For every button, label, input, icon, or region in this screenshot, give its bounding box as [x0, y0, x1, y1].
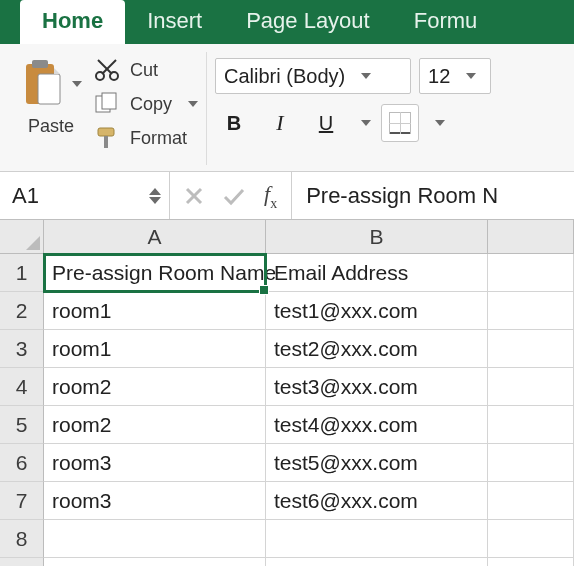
cut-label: Cut	[130, 60, 158, 81]
tab-insert[interactable]: Insert	[125, 0, 224, 44]
svg-rect-1	[32, 60, 48, 68]
chevron-down-icon[interactable]	[188, 101, 198, 107]
borders-icon	[389, 112, 411, 134]
chevron-down-icon	[149, 197, 161, 204]
row-header[interactable]	[0, 558, 44, 566]
cell-c6[interactable]	[488, 444, 574, 482]
svg-rect-10	[104, 136, 108, 148]
paste-button[interactable]: Paste	[18, 52, 84, 137]
chevron-down-icon	[361, 120, 371, 126]
column-header-c[interactable]	[488, 220, 574, 254]
cell-c5[interactable]	[488, 406, 574, 444]
spreadsheet-grid[interactable]: A B 1 Pre-assign Room Name Email Address…	[0, 220, 574, 566]
cell-b7[interactable]: test6@xxx.com	[266, 482, 488, 520]
cell-a5[interactable]: room2	[44, 406, 266, 444]
cell-c7[interactable]	[488, 482, 574, 520]
font-name-combo[interactable]: Calibri (Body)	[215, 58, 411, 94]
chevron-up-icon	[149, 188, 161, 195]
copy-button[interactable]: Copy	[94, 92, 198, 116]
cell-a7[interactable]: room3	[44, 482, 266, 520]
ribbon-body: Paste Cut	[0, 44, 574, 172]
format-painter-button[interactable]: Format	[94, 126, 198, 150]
tab-home[interactable]: Home	[20, 0, 125, 44]
cell-c4[interactable]	[488, 368, 574, 406]
cell-a4[interactable]: room2	[44, 368, 266, 406]
row-header[interactable]: 6	[0, 444, 44, 482]
row-header[interactable]: 1	[0, 254, 44, 292]
paste-label: Paste	[28, 116, 74, 137]
format-label: Format	[130, 128, 187, 149]
underline-more-button[interactable]	[353, 104, 373, 142]
underline-icon: U	[319, 112, 333, 135]
cell-b9[interactable]	[266, 558, 488, 566]
copy-icon	[94, 92, 120, 116]
row-header[interactable]: 8	[0, 520, 44, 558]
tab-formulas[interactable]: Formu	[392, 0, 500, 44]
cell-b5[interactable]: test4@xxx.com	[266, 406, 488, 444]
cell-b8[interactable]	[266, 520, 488, 558]
bold-icon: B	[227, 112, 241, 135]
cell-c8[interactable]	[488, 520, 574, 558]
paintbrush-icon	[94, 126, 120, 150]
formula-input[interactable]: Pre-assign Room N	[292, 172, 574, 219]
cell-b6[interactable]: test5@xxx.com	[266, 444, 488, 482]
paste-icon	[20, 58, 66, 110]
column-header-a[interactable]: A	[44, 220, 266, 254]
formula-value: Pre-assign Room N	[306, 183, 498, 209]
font-size-combo[interactable]: 12	[419, 58, 491, 94]
underline-button[interactable]: U	[307, 104, 345, 142]
chevron-down-icon	[361, 73, 371, 79]
accept-formula-icon[interactable]	[222, 186, 246, 206]
cell-c1[interactable]	[488, 254, 574, 292]
chevron-down-icon[interactable]	[72, 81, 82, 87]
row-header[interactable]: 5	[0, 406, 44, 444]
cell-a8[interactable]	[44, 520, 266, 558]
italic-icon: I	[276, 110, 283, 136]
font-group: Calibri (Body) 12 B I U	[207, 52, 499, 165]
font-name-value: Calibri (Body)	[224, 65, 345, 88]
cancel-formula-icon[interactable]	[184, 186, 204, 206]
svg-rect-9	[98, 128, 114, 136]
cell-a2[interactable]: room1	[44, 292, 266, 330]
cell-b2[interactable]: test1@xxx.com	[266, 292, 488, 330]
cell-a6[interactable]: room3	[44, 444, 266, 482]
chevron-down-icon	[466, 73, 476, 79]
svg-rect-8	[102, 93, 116, 109]
svg-rect-2	[38, 74, 60, 104]
copy-label: Copy	[130, 94, 172, 115]
row-header[interactable]: 3	[0, 330, 44, 368]
row-header[interactable]: 7	[0, 482, 44, 520]
ribbon-tabs: Home Insert Page Layout Formu	[0, 0, 574, 44]
cell-c3[interactable]	[488, 330, 574, 368]
cell-b1[interactable]: Email Address	[266, 254, 488, 292]
italic-button[interactable]: I	[261, 104, 299, 142]
chevron-down-icon	[435, 120, 445, 126]
name-box-value: A1	[12, 183, 39, 209]
bold-button[interactable]: B	[215, 104, 253, 142]
cell-a1[interactable]: Pre-assign Room Name	[44, 254, 266, 292]
formula-controls: fx	[170, 172, 292, 219]
name-box[interactable]: A1	[0, 172, 170, 219]
formula-bar-row: A1 fx Pre-assign Room N	[0, 172, 574, 220]
borders-button[interactable]	[381, 104, 419, 142]
cell-b4[interactable]: test3@xxx.com	[266, 368, 488, 406]
fx-icon[interactable]: fx	[264, 181, 277, 210]
cell-a3[interactable]: room1	[44, 330, 266, 368]
cell-c9[interactable]	[488, 558, 574, 566]
cut-button[interactable]: Cut	[94, 58, 198, 82]
column-header-b[interactable]: B	[266, 220, 488, 254]
tab-page-layout[interactable]: Page Layout	[224, 0, 392, 44]
cell-b3[interactable]: test2@xxx.com	[266, 330, 488, 368]
font-size-value: 12	[428, 65, 450, 88]
clipboard-group: Paste Cut	[10, 52, 207, 165]
name-box-stepper[interactable]	[149, 188, 161, 204]
cell-a9[interactable]	[44, 558, 266, 566]
scissors-icon	[94, 58, 120, 82]
select-all-corner[interactable]	[0, 220, 44, 254]
row-header[interactable]: 2	[0, 292, 44, 330]
row-header[interactable]: 4	[0, 368, 44, 406]
borders-more-button[interactable]	[427, 104, 447, 142]
cell-c2[interactable]	[488, 292, 574, 330]
